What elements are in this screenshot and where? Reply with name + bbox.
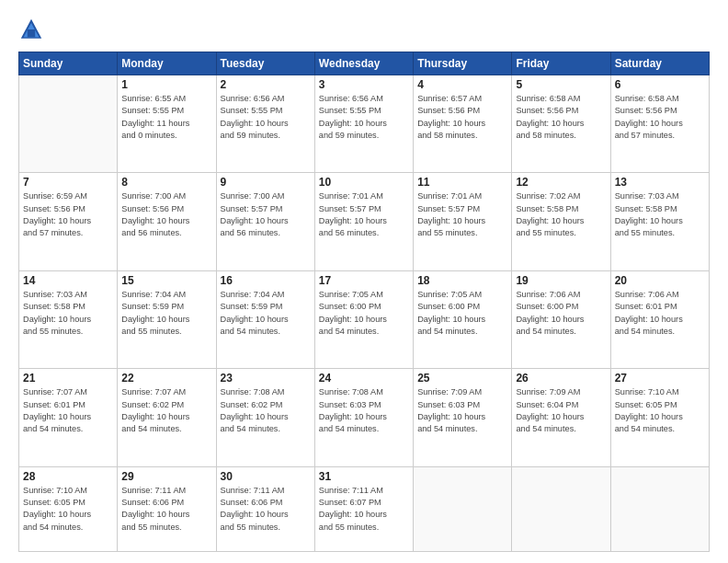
weekday-header: Tuesday — [216, 52, 314, 75]
calendar-cell: 21Sunrise: 7:07 AM Sunset: 6:01 PM Dayli… — [19, 369, 118, 466]
cell-date-number: 25 — [417, 372, 507, 385]
cell-info-text: Sunrise: 7:07 AM Sunset: 6:02 PM Dayligh… — [121, 386, 211, 435]
calendar-cell: 8Sunrise: 7:00 AM Sunset: 5:56 PM Daylig… — [118, 173, 216, 270]
cell-info-text: Sunrise: 7:06 AM Sunset: 6:00 PM Dayligh… — [516, 289, 606, 338]
cell-date-number: 10 — [319, 176, 409, 189]
cell-info-text: Sunrise: 7:08 AM Sunset: 6:03 PM Dayligh… — [319, 386, 409, 435]
weekday-header: Friday — [512, 52, 610, 75]
svg-rect-2 — [28, 29, 35, 37]
calendar-week-row: 14Sunrise: 7:03 AM Sunset: 5:58 PM Dayli… — [19, 270, 710, 368]
cell-info-text: Sunrise: 7:01 AM Sunset: 5:57 PM Dayligh… — [417, 190, 507, 239]
cell-date-number: 12 — [516, 176, 606, 189]
cell-date-number: 4 — [417, 78, 507, 91]
cell-info-text: Sunrise: 6:59 AM Sunset: 5:56 PM Dayligh… — [23, 190, 113, 239]
page: SundayMondayTuesdayWednesdayThursdayFrid… — [0, 0, 728, 563]
calendar-cell: 20Sunrise: 7:06 AM Sunset: 6:01 PM Dayli… — [610, 270, 709, 368]
calendar-cell — [512, 466, 610, 551]
cell-info-text: Sunrise: 7:05 AM Sunset: 6:00 PM Dayligh… — [319, 289, 409, 338]
cell-date-number: 11 — [417, 176, 507, 189]
calendar-cell: 10Sunrise: 7:01 AM Sunset: 5:57 PM Dayli… — [314, 173, 413, 270]
cell-date-number: 6 — [615, 78, 705, 91]
cell-date-number: 22 — [121, 372, 211, 385]
cell-date-number: 28 — [23, 470, 113, 483]
cell-info-text: Sunrise: 7:00 AM Sunset: 5:56 PM Dayligh… — [121, 190, 211, 239]
weekday-header: Wednesday — [314, 52, 413, 75]
calendar-week-row: 7Sunrise: 6:59 AM Sunset: 5:56 PM Daylig… — [19, 173, 710, 270]
cell-info-text: Sunrise: 7:09 AM Sunset: 6:03 PM Dayligh… — [417, 386, 507, 435]
cell-info-text: Sunrise: 6:57 AM Sunset: 5:56 PM Dayligh… — [417, 93, 507, 142]
cell-info-text: Sunrise: 7:11 AM Sunset: 6:06 PM Dayligh… — [221, 485, 311, 534]
cell-info-text: Sunrise: 7:06 AM Sunset: 6:01 PM Dayligh… — [615, 289, 705, 338]
calendar-cell: 31Sunrise: 7:11 AM Sunset: 6:07 PM Dayli… — [314, 466, 413, 551]
calendar-cell: 1Sunrise: 6:55 AM Sunset: 5:55 PM Daylig… — [118, 75, 216, 173]
calendar-week-row: 21Sunrise: 7:07 AM Sunset: 6:01 PM Dayli… — [19, 369, 710, 466]
cell-info-text: Sunrise: 6:56 AM Sunset: 5:55 PM Dayligh… — [319, 93, 409, 142]
cell-date-number: 24 — [319, 372, 409, 385]
calendar-cell: 18Sunrise: 7:05 AM Sunset: 6:00 PM Dayli… — [414, 270, 512, 368]
calendar-cell — [414, 466, 512, 551]
calendar-cell: 25Sunrise: 7:09 AM Sunset: 6:03 PM Dayli… — [414, 369, 512, 466]
logo-icon — [18, 17, 44, 42]
calendar-cell: 22Sunrise: 7:07 AM Sunset: 6:02 PM Dayli… — [118, 369, 216, 466]
cell-info-text: Sunrise: 6:58 AM Sunset: 5:56 PM Dayligh… — [615, 93, 705, 142]
cell-info-text: Sunrise: 7:11 AM Sunset: 6:07 PM Dayligh… — [319, 485, 409, 534]
calendar-cell: 7Sunrise: 6:59 AM Sunset: 5:56 PM Daylig… — [19, 173, 118, 270]
cell-info-text: Sunrise: 6:56 AM Sunset: 5:55 PM Dayligh… — [221, 93, 311, 142]
cell-info-text: Sunrise: 7:02 AM Sunset: 5:58 PM Dayligh… — [516, 190, 606, 239]
cell-date-number: 31 — [319, 470, 409, 483]
cell-date-number: 8 — [121, 176, 211, 189]
cell-info-text: Sunrise: 7:03 AM Sunset: 5:58 PM Dayligh… — [23, 289, 113, 338]
cell-info-text: Sunrise: 7:04 AM Sunset: 5:59 PM Dayligh… — [121, 289, 211, 338]
calendar-cell: 19Sunrise: 7:06 AM Sunset: 6:00 PM Dayli… — [512, 270, 610, 368]
calendar-cell — [19, 75, 118, 173]
calendar-cell: 3Sunrise: 6:56 AM Sunset: 5:55 PM Daylig… — [314, 75, 413, 173]
cell-info-text: Sunrise: 7:10 AM Sunset: 6:05 PM Dayligh… — [23, 485, 113, 534]
weekday-header: Thursday — [414, 52, 512, 75]
cell-date-number: 27 — [615, 372, 705, 385]
calendar-cell: 27Sunrise: 7:10 AM Sunset: 6:05 PM Dayli… — [610, 369, 709, 466]
cell-info-text: Sunrise: 7:03 AM Sunset: 5:58 PM Dayligh… — [615, 190, 705, 239]
calendar-cell: 15Sunrise: 7:04 AM Sunset: 5:59 PM Dayli… — [118, 270, 216, 368]
calendar-cell: 12Sunrise: 7:02 AM Sunset: 5:58 PM Dayli… — [512, 173, 610, 270]
calendar-cell: 13Sunrise: 7:03 AM Sunset: 5:58 PM Dayli… — [610, 173, 709, 270]
weekday-header: Saturday — [610, 52, 709, 75]
calendar-cell: 28Sunrise: 7:10 AM Sunset: 6:05 PM Dayli… — [19, 466, 118, 551]
calendar-header-row: SundayMondayTuesdayWednesdayThursdayFrid… — [19, 52, 710, 75]
weekday-header: Monday — [118, 52, 216, 75]
cell-date-number: 19 — [516, 274, 606, 287]
calendar-cell: 30Sunrise: 7:11 AM Sunset: 6:06 PM Dayli… — [216, 466, 314, 551]
calendar-cell: 29Sunrise: 7:11 AM Sunset: 6:06 PM Dayli… — [118, 466, 216, 551]
calendar-cell: 4Sunrise: 6:57 AM Sunset: 5:56 PM Daylig… — [414, 75, 512, 173]
cell-date-number: 3 — [319, 78, 409, 91]
calendar-cell: 11Sunrise: 7:01 AM Sunset: 5:57 PM Dayli… — [414, 173, 512, 270]
cell-info-text: Sunrise: 7:07 AM Sunset: 6:01 PM Dayligh… — [23, 386, 113, 435]
cell-date-number: 7 — [23, 176, 113, 189]
calendar-cell: 14Sunrise: 7:03 AM Sunset: 5:58 PM Dayli… — [19, 270, 118, 368]
cell-info-text: Sunrise: 6:58 AM Sunset: 5:56 PM Dayligh… — [516, 93, 606, 142]
cell-date-number: 26 — [516, 372, 606, 385]
calendar-cell — [610, 466, 709, 551]
calendar-cell: 17Sunrise: 7:05 AM Sunset: 6:00 PM Dayli… — [314, 270, 413, 368]
weekday-header: Sunday — [19, 52, 118, 75]
cell-date-number: 30 — [221, 470, 311, 483]
calendar-cell: 9Sunrise: 7:00 AM Sunset: 5:57 PM Daylig… — [216, 173, 314, 270]
cell-date-number: 14 — [23, 274, 113, 287]
calendar-cell: 2Sunrise: 6:56 AM Sunset: 5:55 PM Daylig… — [216, 75, 314, 173]
cell-info-text: Sunrise: 7:08 AM Sunset: 6:02 PM Dayligh… — [221, 386, 311, 435]
cell-info-text: Sunrise: 7:10 AM Sunset: 6:05 PM Dayligh… — [615, 386, 705, 435]
cell-info-text: Sunrise: 6:55 AM Sunset: 5:55 PM Dayligh… — [121, 93, 211, 142]
cell-date-number: 29 — [121, 470, 211, 483]
logo — [18, 17, 50, 42]
cell-info-text: Sunrise: 7:01 AM Sunset: 5:57 PM Dayligh… — [319, 190, 409, 239]
cell-date-number: 2 — [221, 78, 311, 91]
cell-date-number: 13 — [615, 176, 705, 189]
calendar-cell: 26Sunrise: 7:09 AM Sunset: 6:04 PM Dayli… — [512, 369, 610, 466]
cell-date-number: 5 — [516, 78, 606, 91]
cell-date-number: 9 — [221, 176, 311, 189]
header — [18, 17, 710, 42]
cell-date-number: 23 — [221, 372, 311, 385]
cell-info-text: Sunrise: 7:09 AM Sunset: 6:04 PM Dayligh… — [516, 386, 606, 435]
calendar-cell: 23Sunrise: 7:08 AM Sunset: 6:02 PM Dayli… — [216, 369, 314, 466]
calendar-week-row: 28Sunrise: 7:10 AM Sunset: 6:05 PM Dayli… — [19, 466, 710, 551]
cell-info-text: Sunrise: 7:11 AM Sunset: 6:06 PM Dayligh… — [121, 485, 211, 534]
